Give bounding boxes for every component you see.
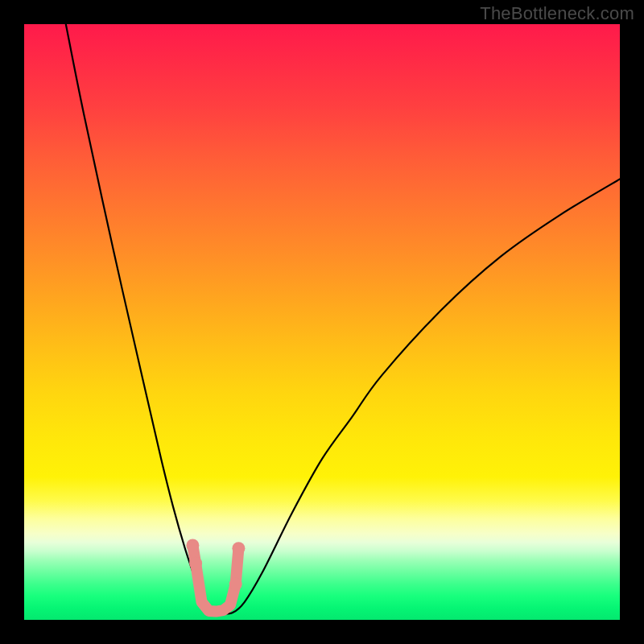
notch-marker-dot — [232, 542, 245, 555]
plot-area — [24, 24, 620, 620]
notch-marker-dot — [186, 539, 199, 552]
notch-marker-path — [192, 546, 238, 612]
bottleneck-curve — [66, 24, 620, 614]
notch-markers-group — [186, 539, 245, 612]
chart-svg — [24, 24, 620, 620]
notch-marker-dot — [189, 557, 202, 570]
notch-marker-dot — [229, 578, 242, 591]
watermark-text: TheBottleneck.com — [480, 3, 634, 24]
